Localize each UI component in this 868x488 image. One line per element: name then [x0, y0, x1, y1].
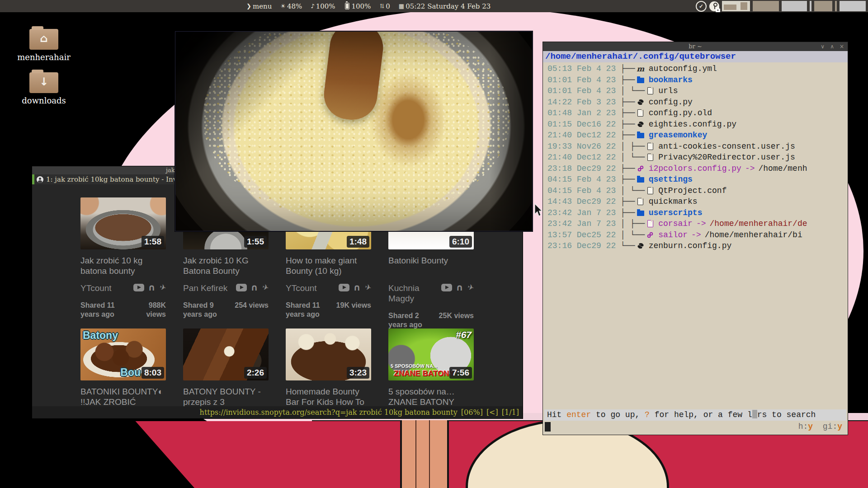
video-title[interactable]: Homemade Bounty Bar For Kids How To: [286, 386, 371, 406]
file-name[interactable]: quickmarks: [649, 197, 698, 206]
video-thumbnail[interactable]: 3:23: [286, 328, 371, 380]
duration-badge: 8:03: [142, 367, 164, 379]
check-tray-icon[interactable]: ✓: [696, 1, 707, 12]
file-name[interactable]: config.py: [649, 98, 693, 107]
file-row[interactable]: 14:22 Feb 3 23├──config.py: [543, 97, 848, 108]
terminal-titlebar[interactable]: br ~ ∨ ∧ ×: [543, 42, 848, 51]
duration-badge: 7:56: [449, 367, 472, 379]
directory-name[interactable]: qsettings: [649, 175, 693, 184]
file-name[interactable]: Privacy%20Redirector.user.js: [658, 153, 795, 162]
file-icon: [647, 143, 653, 150]
statusbar-tab-count: [1/1]: [502, 408, 519, 417]
send-icon[interactable]: ✈: [467, 283, 475, 292]
file-name[interactable]: eighties.config.py: [649, 120, 736, 129]
maximize-icon[interactable]: ∧: [830, 42, 834, 51]
menu-button[interactable]: ❯ menu: [246, 2, 272, 10]
mpv-video-window[interactable]: [175, 31, 533, 231]
video-title[interactable]: How to make giant Bounty (10 kg): [286, 255, 371, 276]
channel-link[interactable]: YTcount: [286, 283, 317, 293]
file-row[interactable]: 23:42 Jan 7 23│ ├──corsair->/home/menher…: [543, 218, 848, 230]
headphones-icon[interactable]: ∩: [251, 284, 258, 291]
file-name[interactable]: zenburn.config.py: [649, 241, 732, 250]
video-title[interactable]: BATONY BOUNTY - przepis z 3: [183, 386, 269, 406]
file-row[interactable]: 04:15 Feb 4 23├──qsettings: [543, 174, 848, 185]
channel-link[interactable]: Kuchnia Magdy: [388, 283, 434, 304]
file-row[interactable]: 05:13 Feb 4 23├──mautoconfig.yml: [543, 63, 848, 75]
file-row[interactable]: 23:42 Jan 7 23├──userscripts: [543, 207, 848, 219]
minimize-icon[interactable]: ∨: [821, 42, 825, 51]
video-thumbnail[interactable]: #67 5 SPOSOBÓW NA... ZNANE BATONY 7:56: [388, 328, 474, 380]
statusbar-scroll-percent: [06%]: [461, 408, 483, 417]
video-title[interactable]: Jak zrobić 10 kg batona bounty: [80, 255, 166, 276]
video-result-1[interactable]: 1:58 Jak zrobić 10 kg batona bounty YTco…: [80, 197, 166, 328]
tab-audio-indicator: [32, 174, 34, 184]
headphones-icon[interactable]: ∩: [354, 284, 361, 291]
headphones-icon[interactable]: ∩: [148, 284, 156, 291]
channel-link[interactable]: Pan Kefirek: [183, 283, 227, 293]
video-title[interactable]: BATONIKI BOUNTY◐ !!JAK ZROBIĆ: [80, 386, 166, 406]
file-mtime: 23:42 Jan 7 23: [543, 208, 616, 217]
terminal-window-title: br ~: [689, 43, 702, 50]
symlink-name[interactable]: i2pcolors.config.py: [649, 164, 741, 173]
youtube-icon[interactable]: [236, 284, 247, 291]
file-name[interactable]: urls: [658, 86, 678, 95]
workspace-indicator-5[interactable]: [840, 1, 866, 11]
workspace-indicator-1[interactable]: [722, 1, 750, 11]
directory-name[interactable]: bookmarks: [649, 75, 693, 84]
video-result-6[interactable]: 2:26 BATONY BOUNTY - przepis z 3: [183, 328, 269, 406]
close-icon[interactable]: ×: [840, 42, 844, 51]
video-result-7[interactable]: 3:23 Homemade Bounty Bar For Kids How To: [286, 328, 371, 406]
send-icon[interactable]: ✈: [159, 283, 167, 292]
video-result-8[interactable]: #67 5 SPOSOBÓW NA... ZNANE BATONY 7:56 5…: [388, 328, 474, 406]
video-thumbnail[interactable]: 1:58: [80, 197, 166, 249]
desktop-icon-menherahair[interactable]: ⌂ menherahair: [14, 25, 73, 62]
enter-key-hint: enter: [566, 410, 591, 419]
channel-link[interactable]: YTcount: [80, 283, 112, 293]
youtube-icon[interactable]: [441, 284, 452, 291]
video-thumbnail[interactable]: Batony Bou 8:03: [80, 328, 166, 380]
workspace-divider-1: [810, 1, 811, 11]
file-row[interactable]: 01:01 Feb 4 23│ └──urls: [543, 85, 848, 97]
file-row[interactable]: 04:15 Feb 4 23│ └──QtProject.conf: [543, 185, 848, 197]
file-row[interactable]: 01:01 Feb 4 23├──bookmarks: [543, 75, 848, 86]
keepassxc-tray-icon[interactable]: [709, 1, 719, 11]
file-row[interactable]: 23:16 Dec29 22└──zenburn.config.py: [543, 240, 848, 252]
symlink-name[interactable]: sailor: [658, 230, 688, 239]
symlink-chain-icon: [647, 232, 653, 238]
file-row[interactable]: 19:33 Nov26 22│ ├──anti-cookies-consent.…: [543, 141, 848, 152]
file-row[interactable]: 23:18 Dec29 22├──i2pcolors.config.py->/h…: [543, 163, 848, 174]
video-title[interactable]: Batoniki Bounty: [388, 255, 474, 276]
file-row[interactable]: 01:15 Dec16 22├──eighties.config.py: [543, 119, 848, 130]
headphones-icon[interactable]: ∩: [456, 284, 463, 291]
directory-name[interactable]: greasemonkey: [649, 131, 708, 140]
view-count: 988K views: [129, 301, 166, 319]
file-name[interactable]: QtProject.conf: [658, 186, 726, 195]
workspace-indicator-4[interactable]: [814, 1, 832, 11]
send-icon[interactable]: ✈: [261, 283, 269, 292]
tab-title[interactable]: 1: jak zrobić 10kg batona bounty - Invi: [46, 175, 179, 183]
video-thumbnail[interactable]: 2:26: [183, 328, 269, 380]
symlink-name[interactable]: corsair: [658, 219, 693, 228]
file-row[interactable]: 21:40 Dec12 22├──greasemonkey: [543, 130, 848, 141]
file-row[interactable]: 14:43 Dec29 22├──quickmarks: [543, 196, 848, 207]
file-row[interactable]: 21:40 Dec12 22│ └──Privacy%20Redirector.…: [543, 152, 848, 163]
youtube-icon[interactable]: [339, 284, 349, 291]
file-name[interactable]: autoconfig.yml: [649, 64, 717, 73]
menu-icon: ❯: [246, 3, 251, 9]
workspace-indicator-2[interactable]: [753, 1, 779, 11]
view-count: 25K views: [439, 311, 474, 320]
workspace-indicator-3[interactable]: [782, 1, 807, 11]
browser-statusbar: https://invidious.snopyta.org/search?q=j…: [32, 406, 523, 418]
video-title[interactable]: 5 sposobów na… ZNANE BATONY: [388, 386, 474, 406]
video-title[interactable]: Jak zrobić 10 KG Batona Bounty: [183, 255, 269, 276]
file-row[interactable]: 01:48 Jan 2 23├──config.py.old: [543, 108, 848, 119]
file-name[interactable]: config.py.old: [649, 108, 712, 117]
video-result-5[interactable]: Batony Bou 8:03 BATONIKI BOUNTY◐ !!JAK Z…: [80, 328, 166, 406]
file-row[interactable]: 13:57 Dec25 22│ └──sailor->/home/menhera…: [543, 230, 848, 241]
desktop-icon-downloads[interactable]: ↓ downloads: [14, 69, 73, 105]
youtube-icon[interactable]: [133, 284, 144, 291]
folder-download-icon: ↓: [29, 72, 58, 93]
file-name[interactable]: anti-cookies-consent.user.js: [658, 142, 795, 151]
directory-name[interactable]: userscripts: [649, 208, 703, 217]
send-icon[interactable]: ✈: [364, 283, 372, 292]
